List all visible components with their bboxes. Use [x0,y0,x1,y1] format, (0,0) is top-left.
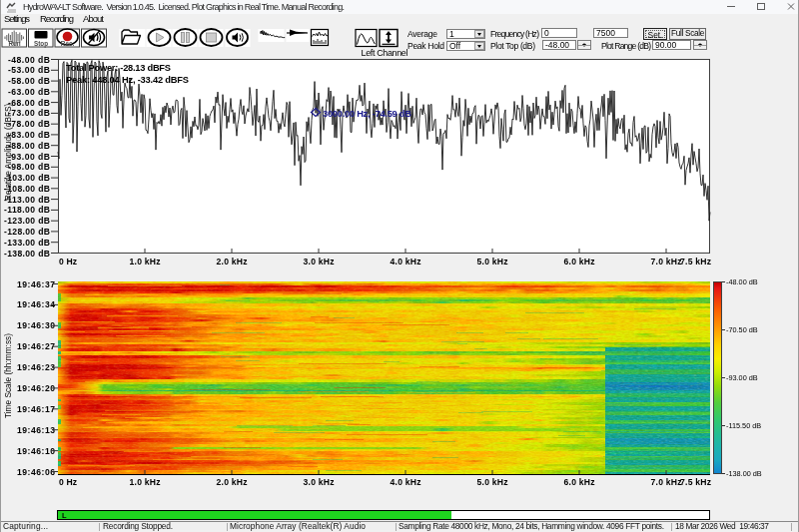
svg-text:Sampling Rate 48000 kHz, Mono,: Sampling Rate 48000 kHz, Mono, 24 bits, … [399,521,664,531]
svg-text:Capturing...: Capturing... [3,521,48,531]
svg-text:18 Mar 2026 Wed 19:46:37: 18 Mar 2026 Wed 19:46:37 [675,521,769,531]
svg-text:Microphone Array (Realtek(R) A: Microphone Array (Realtek(R) Audio [230,521,366,531]
svg-text:Recording Stopped.: Recording Stopped. [103,521,173,531]
